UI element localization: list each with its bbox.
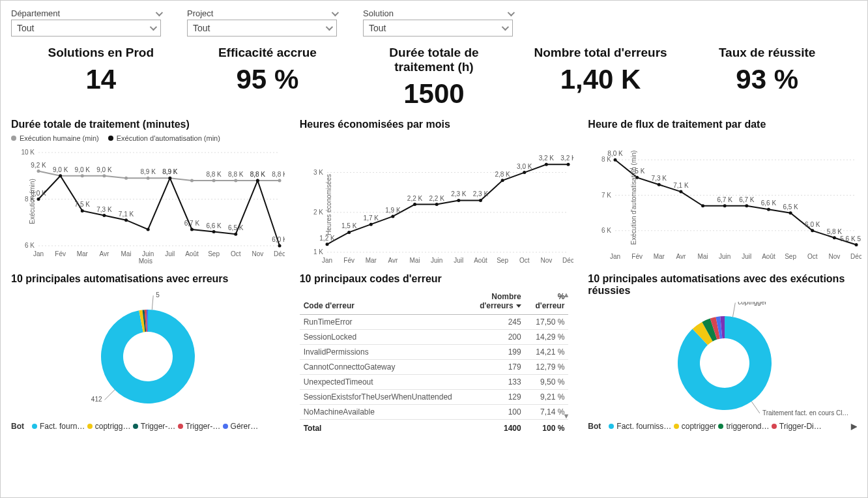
svg-text:Traitement fact. en cours Cl…: Traitement fact. en cours Cl… xyxy=(762,409,848,417)
chevron-down-icon[interactable] xyxy=(326,23,333,31)
chart-donut-errors[interactable]: 10 principales automatisations avec erre… xyxy=(11,273,280,437)
svg-point-31 xyxy=(212,179,216,182)
svg-point-122 xyxy=(614,158,617,161)
svg-text:Mar: Mar xyxy=(77,250,89,257)
kpi-efficacite: Efficacité accrue 95 % xyxy=(184,46,351,110)
chart-title: 10 principaux codes d'erreur xyxy=(300,273,569,285)
svg-text:7,3 K: 7,3 K xyxy=(652,175,667,182)
svg-text:Juil: Juil xyxy=(454,257,463,264)
scroll-down-icon[interactable]: ▼ xyxy=(562,412,570,420)
svg-text:coptrigger: coptrigger xyxy=(738,302,768,306)
chart-title: Heures économisées par mois xyxy=(300,119,569,130)
svg-point-84 xyxy=(369,222,372,226)
kpi-value: 14 xyxy=(18,64,184,95)
svg-text:Avr: Avr xyxy=(676,253,686,260)
svg-text:Oct: Oct xyxy=(519,257,530,264)
legend-more-icon[interactable]: ▶ xyxy=(851,422,857,431)
y-axis-label: Exécution (min) xyxy=(29,179,36,224)
svg-text:7,1 K: 7,1 K xyxy=(119,210,134,217)
svg-text:6,0 K: 6,0 K xyxy=(805,221,820,228)
chart-legend: Bot Fact. fourniss… coptrigger triggeron… xyxy=(588,422,857,431)
svg-point-102 xyxy=(566,163,570,166)
svg-text:7,3 K: 7,3 K xyxy=(96,205,112,212)
svg-text:3,2 K: 3,2 K xyxy=(560,154,573,162)
kpi-value: 95 % xyxy=(184,64,351,95)
slicer-departement[interactable]: Département Tout xyxy=(11,8,161,37)
table-row[interactable]: UnexpectedTimeout1339,50 % xyxy=(300,374,569,389)
svg-text:1,2 K: 1,2 K xyxy=(319,234,335,241)
svg-text:Avr: Avr xyxy=(99,250,109,257)
svg-text:2,3 K: 2,3 K xyxy=(451,190,467,198)
svg-point-80 xyxy=(325,242,328,246)
slicer-solution[interactable]: Solution Tout xyxy=(363,8,513,37)
chart-duree-totale[interactable]: Durée totale de traitement (minutes) Exé… xyxy=(11,119,280,265)
legend-items: Fact. fourn… coptrigg… Trigger-… Trigger… xyxy=(32,422,258,431)
svg-text:1 K: 1 K xyxy=(313,248,323,256)
svg-point-94 xyxy=(479,199,482,202)
svg-text:Juil: Juil xyxy=(742,253,752,260)
svg-point-126 xyxy=(658,183,661,186)
svg-point-128 xyxy=(680,190,683,193)
chart-heure-flux[interactable]: Heure de flux de traitement par date Exé… xyxy=(588,119,857,265)
legend-items: Fact. fourniss… coptrigger triggerond… T… xyxy=(609,422,821,431)
svg-text:1,7 K: 1,7 K xyxy=(363,214,379,222)
error-codes-table: Code d'erreur Nombre d'erreurs % d'erreu… xyxy=(300,289,569,437)
slicer-row: Département Tout Project Tout Solution xyxy=(11,8,857,37)
svg-text:6,6 K: 6,6 K xyxy=(761,199,777,207)
col-header[interactable]: Code d'erreur xyxy=(300,289,456,315)
total-value: 100 % xyxy=(525,419,569,437)
chevron-down-icon[interactable] xyxy=(502,23,509,31)
svg-point-41 xyxy=(59,174,62,177)
y-axis-label: Exécution d'automatisation (min) xyxy=(630,151,637,245)
slicer-value: Tout xyxy=(193,23,210,33)
col-header[interactable]: % d'erreur xyxy=(525,289,569,315)
table-row[interactable]: CannotConnecttoGateway17912,79 % xyxy=(300,359,569,374)
legend-title: Bot xyxy=(588,422,601,431)
svg-point-98 xyxy=(523,171,526,174)
svg-text:Août: Août xyxy=(762,253,776,260)
svg-point-26 xyxy=(147,177,150,180)
legend-dot-icon xyxy=(11,136,16,141)
svg-text:Sep: Sep xyxy=(497,257,508,264)
svg-point-49 xyxy=(147,227,150,231)
col-header[interactable]: Nombre d'erreurs xyxy=(456,289,525,315)
kpi-value: 93 % xyxy=(684,64,850,95)
slicer-label: Département xyxy=(11,8,60,18)
svg-text:10 K: 10 K xyxy=(21,149,35,156)
table-row[interactable]: RunTimeError24517,50 % xyxy=(300,314,569,329)
svg-text:6,6 K: 6,6 K xyxy=(206,222,222,229)
svg-point-82 xyxy=(347,231,351,234)
chevron-down-icon xyxy=(332,8,339,16)
kpi-title: Solutions en Prod xyxy=(18,46,184,60)
kpi-title: Nombre total d'erreurs xyxy=(517,46,684,60)
svg-text:6,7 K: 6,7 K xyxy=(717,196,733,203)
chart-heures-economisees[interactable]: Heures économisées par mois Heures écono… xyxy=(300,119,569,265)
chevron-down-icon[interactable] xyxy=(150,23,157,31)
table-row[interactable]: InvalidPermissions19914,21 % xyxy=(300,344,569,359)
bottom-row: 10 principales automatisations avec erre… xyxy=(11,273,857,437)
svg-text:5,8 K: 5,8 K xyxy=(827,227,843,235)
slicer-project[interactable]: Project Tout xyxy=(187,8,337,37)
chart-legend: Exécution humaine (min) Exécution d'auto… xyxy=(11,134,280,142)
svg-text:Mai: Mai xyxy=(121,250,131,257)
scroll-up-icon[interactable]: ▲ xyxy=(562,291,570,299)
table-row[interactable]: SessionExistsforTheUserWhenUnattended129… xyxy=(300,389,569,404)
svg-text:7 K: 7 K xyxy=(601,191,611,198)
chart-donut-success[interactable]: 10 principales automatisations avec des … xyxy=(588,273,857,437)
svg-text:Fév: Fév xyxy=(343,257,354,264)
svg-point-54 xyxy=(212,230,216,233)
table-error-codes[interactable]: 10 principaux codes d'erreur ▲ ▼ Code d'… xyxy=(300,273,569,437)
svg-point-43 xyxy=(81,209,84,212)
svg-point-60 xyxy=(278,244,282,247)
table-row[interactable]: NoMachineAvailable1007,14 % xyxy=(300,404,569,419)
svg-point-131 xyxy=(723,204,727,207)
svg-text:Déc: Déc xyxy=(562,257,573,264)
svg-text:Juin: Juin xyxy=(719,253,731,260)
sort-desc-icon xyxy=(516,304,521,308)
svg-text:Juil: Juil xyxy=(165,250,175,257)
table-row[interactable]: SessionLocked20014,29 % xyxy=(300,329,569,344)
slicer-value: Tout xyxy=(369,23,386,33)
svg-text:6,5 K: 6,5 K xyxy=(228,224,244,231)
svg-text:3 K: 3 K xyxy=(313,168,323,175)
svg-point-30 xyxy=(190,179,194,182)
